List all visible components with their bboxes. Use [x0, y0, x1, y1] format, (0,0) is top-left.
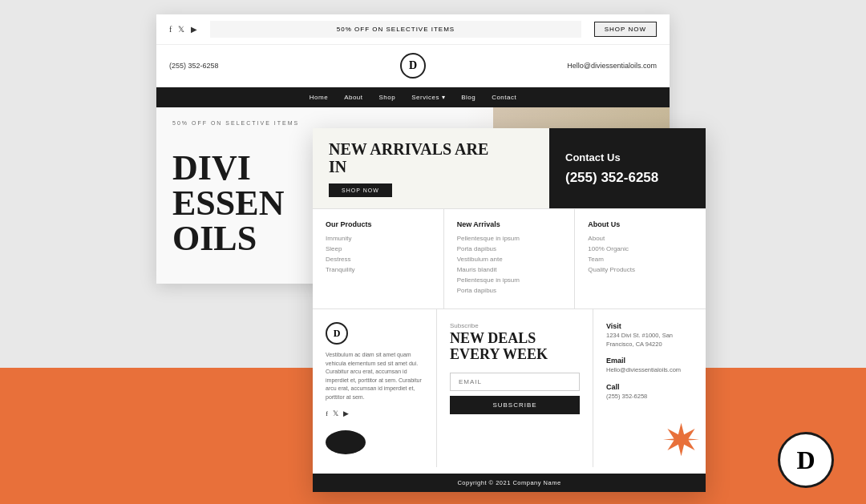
- footer-col-new-arrivals: New Arrivals Pellentesque in ipsum Porta…: [444, 209, 576, 308]
- shop-now-button[interactable]: SHOP NOW: [329, 183, 392, 197]
- back-shop-now-button[interactable]: SHOP NOW: [594, 22, 657, 37]
- subscribe-title: NEW DEALSEVERY WEEK: [450, 331, 580, 363]
- link-immunity[interactable]: Immunity: [326, 235, 431, 242]
- facebook-icon[interactable]: f: [169, 25, 172, 34]
- new-arrivals-col-title: New Arrivals: [457, 220, 562, 228]
- bottom-white-strip: [313, 467, 706, 474]
- starburst-icon: [663, 421, 699, 458]
- bottom-description: Vestibulum ac diam sit amet quam vehicul…: [326, 351, 423, 401]
- svg-marker-0: [663, 423, 699, 456]
- bottom-mid-panel: Subscribe NEW DEALSEVERY WEEK SUBSCRIBE: [437, 309, 593, 467]
- new-arrivals-section: NEW ARRIVALS AREIN SHOP NOW: [313, 128, 549, 208]
- back-social-icons: f 𝕏 ▶: [169, 25, 197, 34]
- email-label: Email: [606, 357, 693, 365]
- email-section: Email Hello@diviessentialoils.com: [606, 357, 693, 375]
- nav-shop[interactable]: Shop: [379, 94, 396, 101]
- back-nav: Home About Shop Services ▾ Blog Contact: [156, 87, 670, 107]
- promo-text: 50% OFF ON SELECTIVE ITEMS: [337, 26, 455, 33]
- contact-us-phone: (255) 352-6258: [565, 170, 690, 186]
- nav-contact[interactable]: Contact: [492, 94, 516, 101]
- back-header: (255) 352-6258 D Hello@diviessentialoils…: [156, 45, 670, 87]
- link-destress[interactable]: Destress: [326, 256, 431, 263]
- bottom-right-panel: Visit 1234 Divi St. #1000, San Francisco…: [593, 309, 706, 467]
- nav-blog[interactable]: Blog: [461, 94, 475, 101]
- about-us-col-title: About Us: [588, 220, 693, 228]
- bottom-social-icons: f 𝕏 ▶: [326, 409, 423, 417]
- logo-circle: D: [400, 53, 426, 79]
- nav-services[interactable]: Services ▾: [411, 94, 445, 101]
- twitter-icon[interactable]: 𝕏: [178, 25, 184, 34]
- products-col-title: Our Products: [326, 220, 431, 228]
- back-top-bar: f 𝕏 ▶ 50% OFF ON SELECTIVE ITEMS SHOP NO…: [156, 14, 670, 45]
- website-front-card: NEW ARRIVALS AREIN SHOP NOW Contact Us (…: [313, 128, 706, 492]
- link-new2[interactable]: Porta dapibus: [457, 245, 562, 252]
- call-label: Call: [606, 383, 693, 391]
- email-input[interactable]: [450, 373, 580, 391]
- back-promo-bar: 50% OFF ON SELECTIVE ITEMS: [210, 21, 581, 38]
- call-value: (255) 352-6258: [606, 393, 693, 401]
- link-organic[interactable]: 100% Organic: [588, 245, 693, 252]
- back-phone: (255) 352-6258: [169, 62, 332, 70]
- bottom-facebook-icon[interactable]: f: [326, 409, 328, 417]
- footer-links-section: Our Products Immunity Sleep Destress Tra…: [313, 208, 706, 309]
- link-new3[interactable]: Vestibulum ante: [457, 256, 562, 263]
- link-tranquility[interactable]: Tranquility: [326, 266, 431, 273]
- bottom-twitter-icon[interactable]: 𝕏: [333, 409, 338, 417]
- link-quality[interactable]: Quality Products: [588, 266, 693, 273]
- youtube-icon[interactable]: ▶: [191, 25, 197, 34]
- oval-shape: [326, 430, 366, 454]
- link-about[interactable]: About: [588, 235, 693, 242]
- link-new1[interactable]: Pellentesque in ipsum: [457, 235, 562, 242]
- nav-about[interactable]: About: [344, 94, 362, 101]
- bottom-logo-circle: D: [326, 322, 348, 345]
- bottom-youtube-icon[interactable]: ▶: [343, 409, 349, 417]
- subscribe-label: Subscribe: [450, 322, 580, 329]
- call-section: Call (255) 352-6258: [606, 383, 693, 401]
- visit-section: Visit 1234 Divi St. #1000, San Francisco…: [606, 322, 693, 349]
- contact-us-section: Contact Us (255) 352-6258: [549, 128, 706, 208]
- back-logo: D: [332, 53, 495, 79]
- subscribe-button[interactable]: SUBSCRIBE: [450, 396, 580, 414]
- footer-col-about-us: About Us About 100% Organic Team Quality…: [575, 209, 706, 308]
- link-sleep[interactable]: Sleep: [326, 245, 431, 252]
- nav-home[interactable]: Home: [310, 94, 328, 101]
- big-d-letter: D: [796, 446, 815, 475]
- copyright-bar: Copyright © 2021 Company Name: [313, 474, 706, 492]
- email-value: Hello@diviessentialoils.com: [606, 366, 693, 375]
- big-d-logo: D: [778, 432, 834, 488]
- contact-us-title: Contact Us: [565, 151, 690, 163]
- back-hero-promo: 50% OFF ON SELECTIVE ITEMS: [172, 120, 299, 126]
- new-arrivals-title: NEW ARRIVALS AREIN: [329, 140, 488, 175]
- footer-col-products: Our Products Immunity Sleep Destress Tra…: [313, 209, 444, 308]
- link-new4[interactable]: Mauris blandit: [457, 266, 562, 273]
- link-team[interactable]: Team: [588, 256, 693, 263]
- back-hero-title-text: DIVIESSENOILS: [172, 151, 284, 256]
- back-hero-title: DIVIESSENOILS: [172, 135, 284, 256]
- visit-label: Visit: [606, 322, 693, 330]
- bottom-left-panel: D Vestibulum ac diam sit amet quam vehic…: [313, 309, 437, 467]
- front-bottom-section: D Vestibulum ac diam sit amet quam vehic…: [313, 309, 706, 467]
- link-new5[interactable]: Pellentesque in ipsum: [457, 276, 562, 284]
- front-top-section: NEW ARRIVALS AREIN SHOP NOW Contact Us (…: [313, 128, 706, 208]
- back-email: Hello@diviessentialoils.com: [494, 62, 657, 70]
- visit-value: 1234 Divi St. #1000, San Francisco, CA 9…: [606, 332, 693, 349]
- link-new6[interactable]: Porta dapibus: [457, 287, 562, 294]
